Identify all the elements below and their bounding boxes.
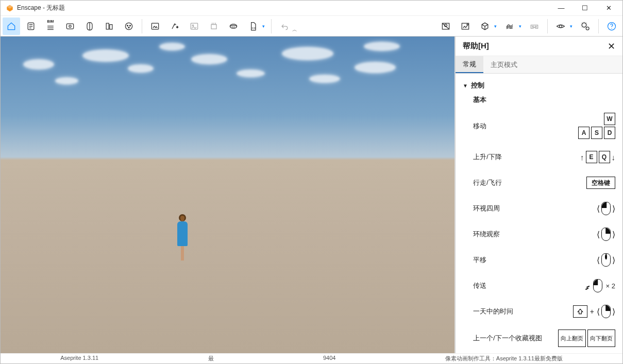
key-w: W xyxy=(604,113,615,125)
app-logo-icon xyxy=(6,4,14,12)
svg-point-7 xyxy=(130,25,131,26)
svg-point-22 xyxy=(586,27,589,30)
collab-button[interactable] xyxy=(120,18,138,35)
image-export-button[interactable] xyxy=(186,18,203,35)
sub-basic: 基本 xyxy=(458,92,622,108)
help-body: ▼控制 基本 移动 W A S D xyxy=(456,74,622,353)
toolbar-sep-3 xyxy=(547,19,548,33)
wasd-keys: W A S D xyxy=(578,113,615,139)
asset-library-button[interactable] xyxy=(81,18,98,35)
plus-icon: + xyxy=(590,307,594,316)
help-panel-header: 帮助[H] ✕ xyxy=(456,37,622,56)
row-pan: 平移 ⟨ ⟩ xyxy=(458,247,622,273)
arrow-down-icon: ↓ xyxy=(612,153,616,162)
row-favview: 上一个/下一个收藏视图 向上翻页 向下翻页 xyxy=(458,324,622,352)
key-space: 空格键 xyxy=(586,177,615,189)
safe-frame-button[interactable] xyxy=(437,18,454,35)
svg-rect-1 xyxy=(66,24,73,29)
row-updown: 上升/下降 ↑ E Q ↓ xyxy=(458,144,622,170)
panorama-button[interactable]: 360 xyxy=(225,18,242,35)
view-manage-button[interactable] xyxy=(61,18,79,35)
svg-point-5 xyxy=(125,23,132,29)
batch-render-button[interactable] xyxy=(166,18,183,35)
help-tabs: 常规 主页模式 xyxy=(456,56,622,74)
titlebar: Enscape - 无标题 — ☐ ✕ xyxy=(1,1,622,16)
app-window: Enscape - 无标题 — ☐ ✕ BIM 360 EXE ︿ xyxy=(0,0,623,364)
vr-button[interactable] xyxy=(526,18,543,35)
svg-point-20 xyxy=(560,25,562,27)
help-panel: 帮助[H] ✕ 常规 主页模式 ▼控制 基本 移动 W A xyxy=(455,37,622,353)
svg-rect-4 xyxy=(110,24,112,29)
mouse-right-icon xyxy=(601,228,611,241)
exe-export-button[interactable]: EXE xyxy=(244,18,262,35)
render-mode-button[interactable] xyxy=(476,18,494,35)
maximize-button[interactable]: ☐ xyxy=(573,1,597,16)
key-a: A xyxy=(578,127,590,139)
angle-l-icon: ⟨ xyxy=(597,204,600,214)
key-shift xyxy=(573,305,587,318)
angle-r-icon: ⟩ xyxy=(612,307,615,317)
key-pagedown: 向下翻页 xyxy=(587,330,615,347)
tab-home-mode[interactable]: 主页模式 xyxy=(483,56,525,73)
svg-rect-9 xyxy=(151,23,158,29)
angle-r-icon: ⟩ xyxy=(612,204,615,214)
depth-of-field-button[interactable] xyxy=(457,18,474,35)
svg-point-17 xyxy=(467,24,468,25)
key-pageup: 向上翻页 xyxy=(558,330,586,347)
render-quality-button[interactable] xyxy=(501,18,518,35)
mouse-middle-icon xyxy=(601,253,611,267)
presets-button[interactable] xyxy=(22,18,40,35)
row-tod: 一天中的时间 + ⟨ ⟩ xyxy=(458,299,622,324)
mouse-left-icon xyxy=(593,279,602,292)
svg-point-21 xyxy=(582,23,586,27)
key-q: Q xyxy=(599,151,610,163)
character-figure xyxy=(175,214,190,262)
row-walkfly: 行走/飞行 空格键 xyxy=(458,170,622,196)
help-panel-close-button[interactable]: ✕ xyxy=(608,41,615,52)
key-e: E xyxy=(586,151,597,163)
tab-general[interactable]: 常规 xyxy=(456,56,483,73)
bim-info-button[interactable]: BIM xyxy=(42,18,59,35)
footer-bar: Aseprite 1.3.11 最 9404 像素动画制作工具：Aseprite… xyxy=(1,353,622,363)
render-viewport[interactable] xyxy=(1,37,455,353)
arrow-up-icon: ↑ xyxy=(580,153,584,162)
screenshot-button[interactable] xyxy=(146,18,164,35)
toolbar-sep-2 xyxy=(271,19,272,33)
svg-point-24 xyxy=(611,28,612,28)
window-controls: — ☐ ✕ xyxy=(549,1,620,16)
video-export-button[interactable] xyxy=(205,18,223,35)
toolbar-sep-1 xyxy=(142,19,142,33)
svg-point-6 xyxy=(127,25,128,26)
svg-point-2 xyxy=(69,25,71,27)
help-panel-title: 帮助[H] xyxy=(463,41,489,51)
minimize-button[interactable]: — xyxy=(549,1,573,16)
window-title: Enscape - 无标题 xyxy=(17,4,65,12)
help-button[interactable] xyxy=(603,18,620,35)
section-controls[interactable]: ▼控制 xyxy=(458,79,622,92)
undo-button[interactable] xyxy=(276,18,293,35)
row-move: 移动 W A S D xyxy=(458,108,622,144)
svg-point-8 xyxy=(128,27,129,28)
key-s: S xyxy=(591,127,602,139)
collapse-icon: ▼ xyxy=(463,83,468,89)
angle-l-icon: ⟨ xyxy=(597,230,600,239)
svg-text:EXE: EXE xyxy=(252,27,257,29)
site-context-button[interactable] xyxy=(100,18,118,35)
angle-r-icon: ⟩ xyxy=(612,230,615,239)
svg-point-19 xyxy=(535,26,537,27)
settings-button[interactable] xyxy=(577,18,594,35)
row-transmit: 传送 × 2 xyxy=(458,273,622,299)
angle-r-icon: ⟩ xyxy=(612,255,615,265)
svg-rect-3 xyxy=(106,23,109,29)
row-orbit: 环绕观察 ⟨ ⟩ xyxy=(458,221,622,247)
svg-point-11 xyxy=(192,25,194,26)
angle-l-icon: ⟨ xyxy=(597,307,600,317)
motion-lines-icon xyxy=(585,286,591,290)
content-area: 帮助[H] ✕ 常规 主页模式 ▼控制 基本 移动 W A xyxy=(1,37,622,353)
visual-settings-button[interactable] xyxy=(552,18,569,35)
home-view-button[interactable] xyxy=(3,18,20,35)
key-d: D xyxy=(604,127,615,139)
svg-text:360: 360 xyxy=(231,25,235,28)
main-toolbar: BIM 360 EXE ︿ xyxy=(1,16,622,37)
close-button[interactable]: ✕ xyxy=(597,1,620,16)
